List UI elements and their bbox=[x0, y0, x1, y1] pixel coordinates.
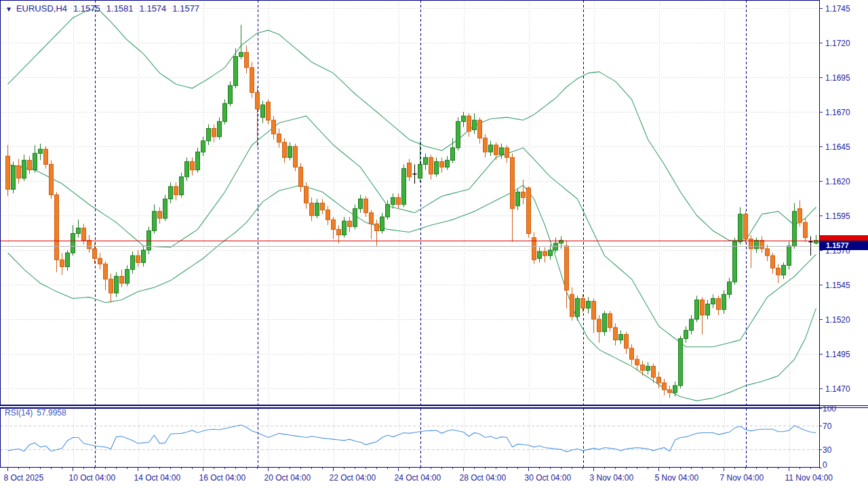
candle bbox=[386, 205, 390, 217]
date-label: 30 Oct 04:00 bbox=[525, 473, 572, 483]
candle bbox=[603, 314, 607, 332]
candle bbox=[695, 300, 699, 319]
candle bbox=[521, 192, 526, 197]
candle bbox=[690, 319, 694, 330]
candle bbox=[673, 386, 677, 392]
price-tick-label: 1.1670 bbox=[825, 108, 850, 117]
date-label: 8 Oct 2025 bbox=[4, 473, 44, 483]
ohlc-open: 1.1575 bbox=[73, 3, 100, 14]
candle bbox=[782, 265, 786, 274]
candle bbox=[55, 195, 59, 260]
candle bbox=[429, 157, 433, 174]
current-price-badge: 1.1577 bbox=[820, 241, 868, 250]
candle bbox=[478, 120, 482, 138]
candle bbox=[402, 169, 406, 205]
candle bbox=[608, 314, 612, 327]
candle bbox=[451, 148, 455, 160]
candle bbox=[315, 203, 319, 216]
price-tick-label: 1.1495 bbox=[825, 350, 850, 359]
candle bbox=[722, 294, 726, 309]
axis-layer: 1.17451.17201.16951.16701.16451.16201.15… bbox=[4, 4, 851, 483]
price-lines-layer bbox=[0, 241, 819, 247]
candle bbox=[169, 186, 173, 199]
candle bbox=[771, 256, 775, 268]
price-tick-label: 1.1545 bbox=[825, 281, 850, 290]
candle bbox=[625, 334, 629, 348]
candle bbox=[614, 327, 618, 340]
rsi-indicator-label: RSI(14)57.9958 bbox=[5, 408, 66, 418]
candle bbox=[646, 366, 650, 370]
symbol-dropdown-icon[interactable]: ▼ bbox=[5, 5, 12, 13]
candle bbox=[239, 52, 243, 56]
rsi-tick-label: 30 bbox=[823, 445, 832, 455]
candle bbox=[218, 121, 222, 136]
candle bbox=[332, 220, 336, 229]
candle bbox=[370, 213, 374, 224]
candle bbox=[115, 277, 119, 293]
candle bbox=[701, 300, 705, 314]
candle bbox=[125, 270, 130, 283]
candle bbox=[353, 209, 357, 227]
symbol-title: EURUSD,H4 bbox=[16, 3, 67, 14]
date-label: 24 Oct 04:00 bbox=[395, 473, 441, 483]
symbol-header: ▼EURUSD,H41.15751.15811.15741.1577 bbox=[5, 3, 199, 14]
ohlc-low: 1.1574 bbox=[140, 3, 167, 14]
candle bbox=[581, 298, 585, 308]
candle bbox=[630, 348, 634, 359]
candle bbox=[391, 197, 395, 204]
candle bbox=[749, 239, 753, 249]
candle bbox=[22, 160, 26, 178]
candle bbox=[489, 145, 493, 152]
candle bbox=[294, 146, 298, 167]
candle bbox=[136, 256, 140, 262]
candle bbox=[733, 242, 737, 282]
candle bbox=[12, 166, 16, 190]
candle bbox=[418, 165, 422, 178]
candle bbox=[185, 161, 189, 176]
rsi-layer bbox=[8, 425, 816, 452]
candle bbox=[321, 203, 325, 210]
candle bbox=[505, 148, 509, 157]
candle bbox=[256, 92, 260, 108]
ohlc-close: 1.1577 bbox=[172, 3, 199, 14]
candle bbox=[147, 230, 151, 250]
candle bbox=[283, 142, 287, 157]
candle bbox=[446, 160, 450, 167]
rsi-value: 57.9958 bbox=[37, 408, 66, 418]
price-tick-label: 1.1695 bbox=[825, 73, 850, 83]
candle bbox=[494, 145, 498, 155]
candle bbox=[538, 251, 542, 258]
candle bbox=[250, 68, 254, 93]
candle bbox=[163, 199, 167, 219]
candles-layer bbox=[6, 24, 818, 398]
candle bbox=[109, 279, 113, 293]
candle bbox=[277, 134, 281, 142]
candle bbox=[587, 301, 591, 308]
date-label: 28 Oct 04:00 bbox=[460, 473, 507, 483]
candle bbox=[380, 217, 384, 230]
candle bbox=[711, 298, 715, 304]
candle bbox=[679, 339, 683, 386]
date-label: 5 Nov 04:00 bbox=[655, 473, 699, 483]
candle bbox=[462, 116, 466, 121]
candle bbox=[408, 163, 412, 176]
candle bbox=[39, 149, 43, 153]
candle bbox=[619, 334, 623, 340]
rsi-tick-label: 100 bbox=[823, 404, 836, 413]
bollinger-lower-line bbox=[8, 185, 816, 401]
candle bbox=[288, 146, 292, 157]
candle bbox=[511, 157, 515, 208]
price-tick-label: 1.1595 bbox=[825, 211, 850, 221]
candle bbox=[223, 104, 227, 122]
rsi-line bbox=[8, 425, 816, 452]
candle bbox=[592, 301, 596, 319]
candle bbox=[44, 149, 48, 164]
candle bbox=[549, 250, 553, 256]
candle bbox=[516, 192, 520, 205]
date-label: 3 Nov 04:00 bbox=[590, 473, 634, 483]
main-panel-border bbox=[1, 1, 820, 405]
date-label: 14 Oct 04:00 bbox=[134, 473, 181, 483]
date-label: 20 Oct 04:00 bbox=[264, 473, 311, 483]
candle bbox=[120, 277, 124, 283]
candle bbox=[272, 120, 276, 134]
